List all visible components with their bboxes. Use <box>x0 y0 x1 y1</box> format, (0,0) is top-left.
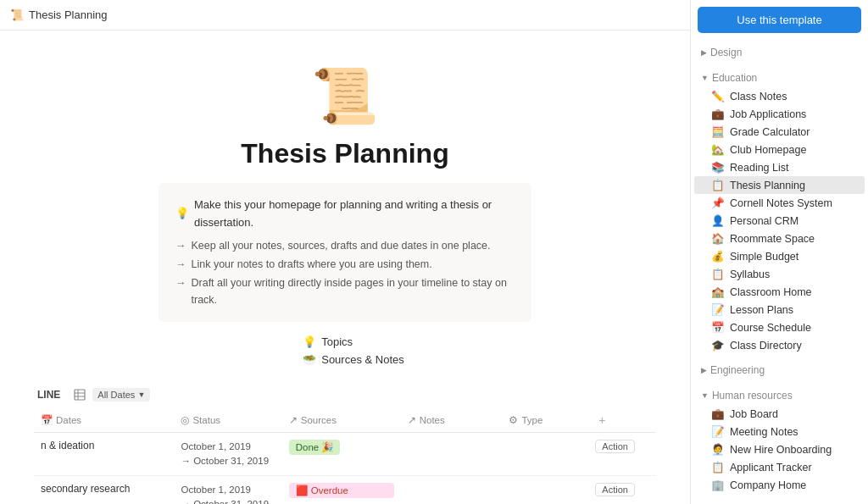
education-items: ✏️Class Notes 💼Job Applications 🧮Grade C… <box>691 87 868 354</box>
lesson-plans-icon: 📝 <box>711 303 725 316</box>
grade-calculator-icon: 🧮 <box>711 125 725 138</box>
company-home-icon: 🏢 <box>711 479 725 491</box>
info-box: 💡 Make this your homepage for planning a… <box>159 183 531 322</box>
sidebar-item-simple-budget[interactable]: 💰Simple Budget <box>694 247 865 265</box>
col-sources: ↗ Sources <box>282 408 401 433</box>
sidebar-item-reading-list[interactable]: 📚Reading List <box>694 158 865 176</box>
sidebar-section-engineering: ▶ Engineering <box>691 357 868 383</box>
page-body: 📜 Thesis Planning 💡 Make this your homep… <box>0 30 690 504</box>
sidebar-item-new-hire-onboarding[interactable]: 🧑‍💼New Hire Onboarding <box>694 440 865 458</box>
timeline-section: LINE All Dates ▼ <box>34 388 656 504</box>
personal-crm-icon: 👤 <box>711 214 725 227</box>
arrow-icon: → <box>175 237 186 254</box>
sources-link[interactable]: 🥗 Sources & Notes <box>303 353 404 366</box>
calendar-icon: 📅 <box>41 414 53 426</box>
roommate-space-icon: 🏠 <box>711 232 725 245</box>
col-type: ⚙ Type <box>502 408 588 433</box>
sidebar-item-cornell-notes[interactable]: 📌Cornell Notes System <box>694 194 865 212</box>
row-status-cell-1: 🟥 Overdue <box>282 476 401 504</box>
dates-filter[interactable]: All Dates ▼ <box>92 388 150 402</box>
sidebar-item-class-directory[interactable]: 🎓Class Directory <box>694 336 865 354</box>
category-engineering[interactable]: ▶ Engineering <box>691 361 868 379</box>
sidebar-item-personal-crm[interactable]: 👤Personal CRM <box>694 212 865 230</box>
col-add[interactable]: + <box>588 408 656 433</box>
svg-rect-0 <box>75 390 85 400</box>
job-applications-icon: 💼 <box>711 108 725 120</box>
hr-items: 💼Job Board 📝Meeting Notes 🧑‍💼New Hire On… <box>691 405 868 494</box>
table-icon <box>74 389 86 401</box>
club-homepage-icon: 🏡 <box>711 143 725 156</box>
table-row: n & ideation October 1, 2019 → October 3… <box>34 432 656 476</box>
row-dates-cell: October 1, 2019 → October 31, 2019 <box>174 432 281 476</box>
course-schedule-icon: 📅 <box>711 321 725 334</box>
timeline-label: LINE <box>37 389 60 401</box>
links-section: 💡 Topics 🥗 Sources & Notes <box>286 335 404 366</box>
sidebar-item-roommate-space[interactable]: 🏠Roommate Space <box>694 230 865 247</box>
sidebar-item-job-applications[interactable]: 💼Job Applications <box>694 105 865 123</box>
col-status: ◎ Status <box>174 408 281 433</box>
use-template-button[interactable]: Use this template <box>698 7 861 33</box>
type-badge: Action <box>595 483 635 496</box>
topics-link[interactable]: 💡 Topics <box>303 335 404 348</box>
category-hr[interactable]: ▼ Human resources <box>691 386 868 405</box>
meeting-notes-icon: 📝 <box>711 425 725 438</box>
syllabus-icon: 📋 <box>711 268 725 280</box>
category-design[interactable]: ▶ Design <box>691 43 868 62</box>
row-sources-1 <box>401 476 503 504</box>
page-title: 📜 Thesis Planning <box>10 8 108 21</box>
classroom-home-icon: 🏫 <box>711 285 725 298</box>
reading-list-icon: 📚 <box>711 161 725 174</box>
arrow-up-right-icon: ↗ <box>289 414 298 426</box>
sidebar-item-course-schedule[interactable]: 📅Course Schedule <box>694 318 865 336</box>
category-marketing[interactable]: ▶ Marketing <box>691 501 868 504</box>
right-sidebar: Use this template ▶ Design ▼ Education ✏… <box>690 0 868 504</box>
sidebar-item-applicant-tracker[interactable]: 📋Applicant Tracker <box>694 458 865 476</box>
thesis-planning-icon: 📋 <box>711 179 725 191</box>
row-sources-0 <box>401 432 503 476</box>
main-content: 📜 Thesis Planning 📜 Thesis Planning 💡 Ma… <box>0 0 690 504</box>
sidebar-item-company-home[interactable]: 🏢Company Home <box>694 476 865 494</box>
timeline-table: 📅 Dates ◎ Status ↗ <box>34 408 656 504</box>
gear-icon: ⚙ <box>509 414 518 426</box>
row-type-0: Action <box>588 432 656 476</box>
overdue-icon: 🟥 <box>296 485 308 496</box>
sidebar-item-syllabus[interactable]: 📋Syllabus <box>694 265 865 283</box>
topics-icon: 💡 <box>303 335 316 348</box>
sidebar-item-grade-calculator[interactable]: 🧮Grade Calculator <box>694 123 865 141</box>
row-notes-1 <box>502 476 588 504</box>
sidebar-item-thesis-planning[interactable]: 📋Thesis Planning <box>694 176 865 194</box>
chevron-down-icon: ▼ <box>701 74 709 82</box>
sidebar-item-meeting-notes[interactable]: 📝Meeting Notes <box>694 423 865 440</box>
sidebar-section-marketing: ▶ Marketing <box>691 497 868 504</box>
arrow-up-right-icon-2: ↗ <box>408 414 416 426</box>
cornell-notes-icon: 📌 <box>711 197 725 209</box>
chevron-right-icon: ▶ <box>701 48 707 57</box>
row-name-cell: n & ideation <box>34 432 174 476</box>
category-education[interactable]: ▼ Education <box>691 69 868 87</box>
job-board-icon: 💼 <box>711 407 725 420</box>
applicant-tracker-icon: 📋 <box>711 461 725 474</box>
sidebar-item-lesson-plans[interactable]: 📝Lesson Plans <box>694 301 865 318</box>
top-bar: 📜 Thesis Planning <box>0 0 690 30</box>
chevron-down-icon: ▼ <box>137 390 145 399</box>
sidebar-item-class-notes[interactable]: ✏️Class Notes <box>694 87 865 105</box>
row-name-cell: secondary research <box>34 476 174 504</box>
type-badge: Action <box>595 440 635 453</box>
add-column-button[interactable]: + <box>595 413 609 427</box>
sidebar-section-design: ▶ Design <box>691 40 868 65</box>
sidebar-item-classroom-home[interactable]: 🏫Classroom Home <box>694 283 865 301</box>
sidebar-section-hr: ▼ Human resources 💼Job Board 📝Meeting No… <box>691 383 868 497</box>
table-row: secondary research October 1, 2019 → Oct… <box>34 476 656 504</box>
status-badge[interactable]: 🟥 Overdue <box>289 483 394 498</box>
col-notes: ↗ Notes <box>401 408 503 433</box>
lightbulb-icon: 💡 <box>175 205 189 223</box>
chevron-down-icon: ▼ <box>701 391 709 400</box>
status-badge[interactable]: Done 🎉 <box>289 440 341 455</box>
hero-emoji: 📜 <box>311 64 379 128</box>
chevron-right-icon: ▶ <box>701 366 707 374</box>
row-dates-cell: October 1, 2019 → October 31, 2019 <box>174 476 281 504</box>
status-icon: ◎ <box>181 414 189 426</box>
sidebar-item-club-homepage[interactable]: 🏡Club Homepage <box>694 141 865 158</box>
col-dates: 📅 Dates <box>34 408 174 433</box>
sidebar-item-job-board[interactable]: 💼Job Board <box>694 405 865 423</box>
